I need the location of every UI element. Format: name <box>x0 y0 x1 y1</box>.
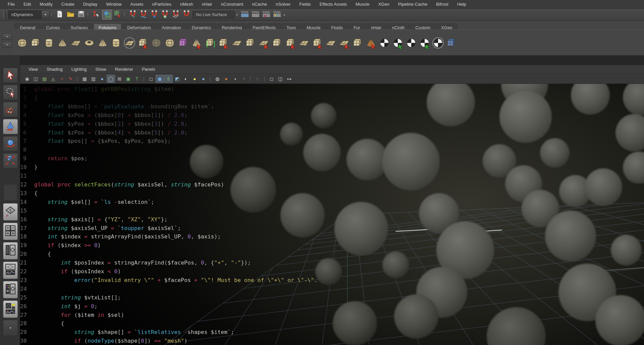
wireframe-on-shaded-button[interactable]: [] <box>164 75 173 83</box>
make-live-button[interactable] <box>181 10 192 20</box>
poly-quadrangulate-shelf-button[interactable] <box>338 36 351 49</box>
ambient-occlusion-button[interactable]: ● <box>222 75 230 83</box>
checker-map-d-shelf-button[interactable] <box>418 36 431 49</box>
shelf-tab-rendering[interactable]: Rendering <box>217 23 247 30</box>
menu-edit[interactable]: Edit <box>19 0 35 8</box>
soft-select-shelf-button[interactable] <box>365 36 377 49</box>
menu-set-selector[interactable]: nDynamics ▼ <box>8 10 50 19</box>
toolbar-grip[interactable] <box>3 11 6 19</box>
poly-wedge-shelf-button[interactable] <box>190 36 203 49</box>
shelf-tab-menu[interactable]: ▾ <box>2 34 12 40</box>
shelf-tab-curves[interactable]: Curves <box>41 23 65 30</box>
shadows-button[interactable]: ◍ <box>213 75 222 83</box>
smooth-preview-shelf-button[interactable] <box>150 36 163 49</box>
select-hierarchy-button[interactable] <box>91 10 101 20</box>
poly-smooth-shelf-button[interactable] <box>163 36 176 49</box>
poly-reduce-shelf-button[interactable] <box>311 36 324 49</box>
shelf-tab-custom[interactable]: Custom <box>410 23 435 30</box>
menu-modify[interactable]: Modify <box>35 0 57 8</box>
open-scene-button[interactable] <box>65 10 75 20</box>
poly-prism-shelf-button[interactable] <box>96 36 109 49</box>
gate-mask-button[interactable]: ◯ <box>107 75 115 83</box>
layout-persp-multi[interactable] <box>3 300 18 318</box>
select-camera-button[interactable]: ◉ <box>23 75 31 83</box>
menu-fields[interactable]: Fields <box>295 0 315 8</box>
smooth-shade-mode-button[interactable]: ◼ <box>156 75 164 83</box>
paint-effects-button[interactable]: ✎ <box>66 75 75 83</box>
snap-plane-button[interactable] <box>171 10 181 20</box>
select-tool[interactable] <box>3 68 18 83</box>
sculpt-transfer-shelf-button[interactable] <box>137 36 149 49</box>
checker-map-e-shelf-button[interactable] <box>432 36 444 49</box>
shelf-tab-dynamics[interactable]: Dynamics <box>187 23 216 30</box>
render-settings-button[interactable] <box>272 10 282 20</box>
select-component-button[interactable] <box>113 10 123 20</box>
menu-pipeline-cache[interactable]: Pipeline Cache <box>394 0 432 8</box>
shelf-tab-muscle[interactable]: Muscle <box>302 23 325 30</box>
depth-of-field-button[interactable]: ◔ <box>239 75 248 83</box>
xray-joints-button[interactable]: ◫ <box>276 75 284 83</box>
poly-separate-shelf-button[interactable] <box>284 36 297 49</box>
menu-bifrost[interactable]: Bifrost <box>432 0 453 8</box>
menu-xgen[interactable]: XGen <box>374 0 393 8</box>
menu-file[interactable]: File <box>3 0 19 8</box>
menu-display[interactable]: Display <box>79 0 102 8</box>
layout-persp-graph[interactable] <box>3 262 18 279</box>
more-layouts[interactable]: ▾ <box>3 320 18 336</box>
poly-cube-shelf-button[interactable] <box>29 36 42 49</box>
plugin-display-button[interactable]: ⊶ <box>285 75 293 83</box>
menu-window[interactable]: Window <box>102 0 126 8</box>
paint-select-tool[interactable] <box>3 102 18 117</box>
default-lighting-button[interactable]: ● <box>199 75 208 83</box>
menu-nmesh[interactable]: nMesh <box>176 0 198 8</box>
checker-map-a-shelf-button[interactable] <box>378 36 391 49</box>
chevron-down-icon[interactable]: ▼ <box>41 11 49 19</box>
camera-attributes-button[interactable]: ◫ <box>32 75 40 83</box>
panel-menu-shading[interactable]: Shading <box>42 65 67 73</box>
poly-bridge-shelf-button[interactable] <box>244 36 257 49</box>
menu-effects-assets[interactable]: Effects Assets <box>315 0 351 8</box>
save-scene-button[interactable] <box>76 10 86 20</box>
expand-arrow-icon[interactable]: ▸ <box>283 10 286 19</box>
booleans-shelf-button[interactable] <box>177 36 190 49</box>
menu-help[interactable]: Help <box>453 0 471 8</box>
xray-mode-button[interactable]: ◻ <box>267 75 276 83</box>
poly-plane-shelf-button[interactable] <box>69 36 82 49</box>
poly-spin-edge-shelf-button[interactable] <box>351 36 364 49</box>
panel-menu-lighting[interactable]: Lighting <box>67 65 91 73</box>
safe-action-button[interactable]: ▣ <box>124 75 132 83</box>
view-pivot-button[interactable]: + <box>58 75 66 83</box>
shelf-tab-toon[interactable]: Toon <box>281 23 301 30</box>
new-scene-button[interactable] <box>55 10 65 20</box>
menu-nsolver[interactable]: nSolver <box>271 0 295 8</box>
shelf-tab-ncloth[interactable]: nCloth <box>387 23 410 30</box>
shelf-tab-animation[interactable]: Animation <box>157 23 186 30</box>
last-tool-slot[interactable] <box>3 184 18 201</box>
isolate-select-button[interactable]: ◌ <box>254 75 262 83</box>
live-surface-field[interactable]: No Live Surface <box>193 11 235 19</box>
grid-display-button[interactable]: ▦ <box>80 75 89 83</box>
shelf-options-menu[interactable]: ▾ <box>2 42 12 48</box>
menu-assets[interactable]: Assets <box>126 0 148 8</box>
shelf-tab-nhair[interactable]: nHair <box>366 23 386 30</box>
shelf-tab-xgen[interactable]: XGen <box>436 23 457 30</box>
rotate-tool[interactable] <box>3 136 18 151</box>
textured-mode-button[interactable]: ◩ <box>173 75 181 83</box>
poly-platonic-shelf-button[interactable] <box>123 36 136 49</box>
shelf-tab-painteffects[interactable]: PaintEffects <box>248 23 281 30</box>
viewport-canvas[interactable]: 1global proc float[] getBBPos(string $it… <box>20 84 644 345</box>
shelf-tab-polygons[interactable]: Polygons <box>94 23 121 30</box>
poly-torus-shelf-button[interactable] <box>83 36 96 49</box>
lasso-select-tool[interactable] <box>3 85 18 100</box>
poly-triangulate-shelf-button[interactable] <box>324 36 337 49</box>
render-view-button[interactable] <box>240 10 250 20</box>
menu-ncache[interactable]: nCache <box>248 0 271 8</box>
bookmarks-button[interactable]: ▤ <box>40 75 49 83</box>
menu-nconstraint[interactable]: nConstraint <box>217 0 248 8</box>
shelf-tab-fur[interactable]: Fur <box>348 23 365 30</box>
snap-curve-button[interactable] <box>139 10 149 20</box>
shelf-tab-fluids[interactable]: Fluids <box>326 23 348 30</box>
poly-combine-shelf-button[interactable] <box>271 36 283 49</box>
snap-center-button[interactable] <box>160 10 170 20</box>
poly-sphere-shelf-button[interactable] <box>16 36 29 49</box>
